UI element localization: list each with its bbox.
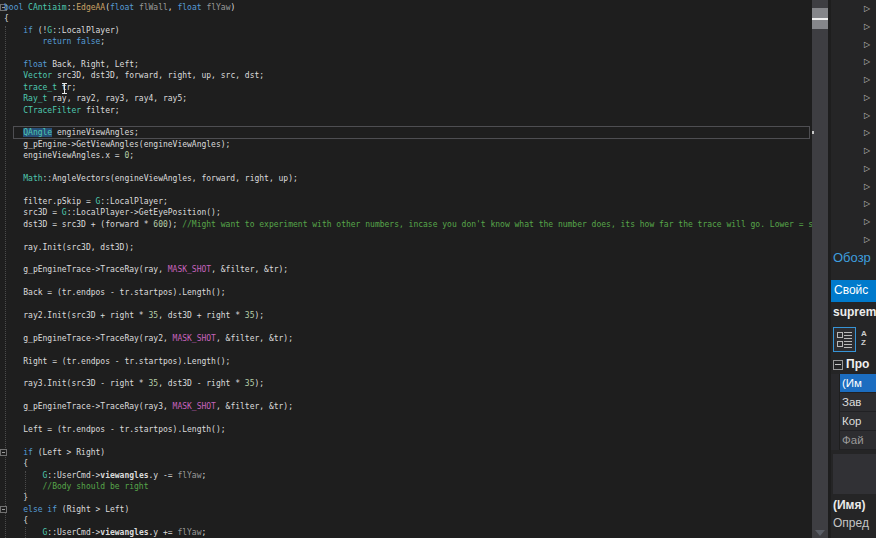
property-row[interactable]: Зав	[840, 393, 876, 412]
code-line[interactable]: g_pEngine->GetViewAngles(engineViewAngle…	[4, 139, 812, 150]
property-category-row[interactable]: Про	[831, 356, 876, 374]
code-line[interactable]: float Back, Right, Left;	[4, 59, 812, 70]
property-description-text: Опред	[833, 516, 869, 530]
tree-expand-arrow-icon[interactable]: ▷	[864, 21, 874, 33]
tree-expand-arrow-icon[interactable]: ▷	[864, 74, 874, 86]
properties-grid-empty-area	[833, 454, 876, 494]
code-line[interactable]: ray3.Init(src3D - right * 35, dst3D - ri…	[4, 378, 812, 389]
code-line[interactable]: ray.Init(src3D, dst3D);	[4, 242, 812, 253]
collapse-minus-icon[interactable]	[833, 360, 843, 370]
code-line[interactable]	[4, 413, 812, 424]
categorized-view-icon[interactable]	[833, 327, 856, 352]
code-line[interactable]: G::UserCmd->viewangles.y -= flYaw;	[4, 470, 812, 481]
properties-window-titlebar[interactable]: Свойс	[831, 280, 876, 302]
sort-alphabetical-icon[interactable]: A Z	[859, 327, 876, 350]
code-line[interactable]: else if (Right > Left)	[4, 504, 812, 515]
text-ibeam-cursor-icon	[61, 83, 68, 94]
code-line[interactable]: Back = (tr.endpos - tr.startpos).Length(…	[4, 287, 812, 298]
code-line[interactable]: //Body should be right	[4, 481, 812, 492]
code-line[interactable]: {	[4, 458, 812, 469]
code-line[interactable]	[4, 253, 812, 264]
code-line[interactable]	[4, 344, 812, 355]
editor-scrollbar-track[interactable]	[812, 0, 828, 538]
tree-expand-arrow-icon[interactable]: ▷	[864, 216, 874, 228]
code-line[interactable]	[4, 276, 812, 287]
code-line[interactable]: filter.pSkip = G::LocalPlayer;	[4, 196, 812, 207]
tree-expand-arrow-icon[interactable]: ▷	[864, 198, 874, 210]
tree-expand-arrow-icon[interactable]: ▷	[864, 163, 874, 175]
property-row[interactable]: Кор	[840, 412, 876, 431]
scrollbar-down-arrow-icon[interactable]	[815, 530, 825, 536]
code-line[interactable]: Vector src3D, dst3D, forward, right, up,…	[4, 70, 812, 81]
code-line[interactable]	[4, 390, 812, 401]
tree-expand-arrow-icon[interactable]: ▷	[864, 56, 874, 68]
code-line[interactable]: engineViewAngles.x = 0;	[4, 150, 812, 161]
property-category-label: Про	[846, 357, 869, 371]
code-line[interactable]: if (!G::LocalPlayer)	[4, 25, 812, 36]
code-line[interactable]: dst3D = src3D + (forward * 600); //Might…	[4, 219, 812, 230]
code-line[interactable]: Ray_t ray, ray2, ray3, ray4, ray5;	[4, 93, 812, 104]
code-line[interactable]: G::UserCmd->viewangles.y += flYaw;	[4, 527, 812, 538]
code-line[interactable]	[4, 116, 812, 127]
code-line[interactable]: src3D = G::LocalPlayer->GetEyePosition()…	[4, 207, 812, 218]
properties-object-name: suprem	[833, 305, 876, 319]
code-line[interactable]: g_pEngineTrace->TraceRay(ray2, MASK_SHOT…	[4, 333, 812, 344]
tree-expand-arrow-icon[interactable]: ▷	[864, 39, 874, 51]
code-line[interactable]	[4, 367, 812, 378]
code-line[interactable]: Math::AngleVectors(engineViewAngles, for…	[4, 173, 812, 184]
tree-expand-arrow-icon[interactable]: ▷	[864, 92, 874, 104]
code-line[interactable]: bool CAntiaim::EdgeAA(float flWall, floa…	[4, 2, 812, 13]
code-line[interactable]: g_pEngineTrace->TraceRay(ray3, MASK_SHOT…	[4, 401, 812, 412]
code-line[interactable]: if (Left > Right)	[4, 447, 812, 458]
explorer-tab-label[interactable]: Обозр	[833, 250, 871, 265]
code-line[interactable]: {	[4, 515, 812, 526]
code-line[interactable]: }	[4, 492, 812, 503]
code-line[interactable]: QAngle engineViewAngles;	[4, 127, 812, 138]
code-line[interactable]: ray2.Init(src3D + right * 35, dst3D + ri…	[4, 310, 812, 321]
code-line[interactable]	[4, 435, 812, 446]
code-line[interactable]: Left = (tr.endpos - tr.startpos).Length(…	[4, 424, 812, 435]
code-line[interactable]	[4, 185, 812, 196]
ide-window: bool CAntiaim::EdgeAA(float flWall, floa…	[0, 0, 876, 538]
tree-expand-arrow-icon[interactable]: ▷	[864, 145, 874, 157]
tree-expand-arrow-icon[interactable]: ▷	[864, 181, 874, 193]
right-tool-panel: ▷▷▷▷▷▷▷▷▷▷▷▷▷▷ Обозр Свойс suprem A Z Пр…	[831, 0, 876, 538]
scrollbar-caret-marker	[812, 18, 828, 20]
code-line[interactable]	[4, 48, 812, 59]
code-line[interactable]: g_pEngineTrace->TraceRay(ray, MASK_SHOT,…	[4, 264, 812, 275]
property-row[interactable]: Фай	[840, 431, 876, 450]
properties-grid: (ИмЗавКорФай	[831, 374, 876, 450]
code-line[interactable]	[4, 321, 812, 332]
tree-expand-arrow-icon[interactable]: ▷	[864, 127, 874, 139]
code-line[interactable]: trace_t tr;	[4, 82, 812, 93]
tree-expand-arrow-icon[interactable]: ▷	[864, 3, 874, 15]
code-line[interactable]	[4, 162, 812, 173]
code-lines[interactable]: bool CAntiaim::EdgeAA(float flWall, floa…	[4, 2, 812, 538]
tree-expand-arrow-icon[interactable]: ▷	[864, 110, 874, 122]
code-line[interactable]: CTraceFilter filter;	[4, 105, 812, 116]
property-indent-strip	[831, 374, 840, 450]
code-line[interactable]	[4, 230, 812, 241]
code-line[interactable]: return false;	[4, 36, 812, 47]
properties-title-label: Свойс	[834, 283, 868, 297]
code-line[interactable]: Right = (tr.endpos - tr.startpos).Length…	[4, 356, 812, 367]
property-description-name: (Имя)	[833, 498, 866, 512]
tree-expand-arrow-icon[interactable]: ▷	[864, 234, 874, 246]
code-editor[interactable]: bool CAntiaim::EdgeAA(float flWall, floa…	[0, 0, 812, 538]
code-line[interactable]	[4, 299, 812, 310]
code-line[interactable]: {	[4, 13, 812, 24]
scrollbar-selection-marker	[812, 131, 814, 134]
property-row[interactable]: (Им	[840, 374, 876, 393]
